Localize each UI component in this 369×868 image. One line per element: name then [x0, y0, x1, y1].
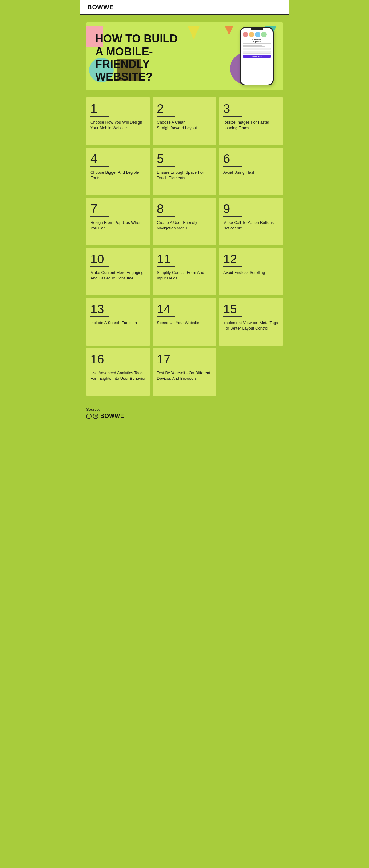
phone-input-2 [243, 51, 271, 54]
item-number-1: 1 [90, 102, 146, 115]
footer-brand-name: BOWWE [100, 413, 124, 420]
item-number-10: 10 [90, 253, 146, 265]
creative-commons-icon-2: © [93, 413, 98, 419]
item-label-9: Make Call-To-Action Buttons Noticeable [223, 220, 279, 231]
item-label-3: Resize Images For Faster Loading Times [223, 120, 279, 131]
phone-text-line-3 [243, 46, 265, 48]
avatar-2 [249, 32, 254, 37]
tips-grid: 1Choose How You Will Design Your Mobile … [86, 97, 283, 396]
item-number-15: 15 [223, 303, 279, 315]
footer: Source: i © BOWWE [86, 403, 283, 420]
item-label-13: Include A Search Function [90, 320, 146, 326]
item-label-8: Create A User-Friendly Navigation Menu [157, 220, 212, 231]
item-number-3: 3 [223, 102, 279, 115]
phone-cta-button: CONTACT US! [243, 55, 271, 58]
grid-item-4: 4Choose Bigger And Legible Fonts [86, 148, 150, 195]
item-divider-5 [157, 166, 175, 167]
phone-text-line-1 [243, 43, 271, 44]
item-label-5: Ensure Enough Space For Touch Elements [157, 170, 212, 181]
item-divider-17 [157, 367, 175, 367]
phone-agency-title: CreativeAgency [243, 38, 271, 43]
item-divider-15 [223, 316, 242, 317]
grid-item-17: 17Test By Yourself - On Different Device… [153, 348, 216, 396]
hero-section: HOW TO BUILD A MOBILE-FRIENDLY WEBSITE? … [86, 23, 283, 90]
header: BOWWE [80, 0, 289, 15]
grid-item-15: 15Implement Viewport Meta Tags For Bette… [219, 298, 283, 346]
grid-item-10: 10Make Content More Engaging And Easier … [86, 248, 150, 296]
item-label-10: Make Content More Engaging And Easier To… [90, 270, 146, 281]
item-number-6: 6 [223, 153, 279, 165]
grid-item-9: 9Make Call-To-Action Buttons Noticeable [219, 198, 283, 245]
item-number-2: 2 [157, 102, 212, 115]
item-divider-7 [90, 216, 109, 217]
item-label-14: Speed Up Your Website [157, 320, 212, 326]
item-divider-2 [157, 116, 175, 117]
item-number-11: 11 [157, 253, 212, 265]
avatar-1 [243, 32, 248, 37]
grid-item-7: 7Resign From Pop-Ups When You Can [86, 198, 150, 245]
item-label-17: Test By Yourself - On Different Devices … [157, 370, 212, 381]
phone-avatars [243, 32, 271, 37]
item-number-7: 7 [90, 203, 146, 215]
item-divider-8 [157, 216, 175, 217]
item-label-6: Avoid Using Flash [223, 170, 279, 175]
avatar-3 [255, 32, 260, 37]
grid-item-14: 14Speed Up Your Website [153, 298, 216, 346]
item-number-5: 5 [157, 153, 212, 165]
grid-item-3: 3Resize Images For Faster Loading Times [219, 97, 283, 145]
avatar-4 [261, 32, 267, 37]
item-divider-3 [223, 116, 242, 117]
item-number-14: 14 [157, 303, 212, 315]
grid-item-6: 6Avoid Using Flash [219, 148, 283, 195]
item-divider-4 [90, 166, 109, 167]
item-label-16: Use Advanced Analytics Tools For Insight… [90, 370, 146, 381]
item-label-2: Choose A Clean, Straightforward Layout [157, 120, 212, 131]
item-label-7: Resign From Pop-Ups When You Can [90, 220, 146, 231]
item-number-17: 17 [157, 353, 212, 365]
grid-item-1: 1Choose How You Will Design Your Mobile … [86, 97, 150, 145]
creative-commons-icon-1: i [86, 413, 92, 419]
phone-notch [251, 28, 263, 30]
item-label-4: Choose Bigger And Legible Fonts [90, 170, 146, 181]
item-number-16: 16 [90, 353, 146, 365]
item-number-12: 12 [223, 253, 279, 265]
grid-item-5: 5Ensure Enough Space For Touch Elements [153, 148, 216, 195]
item-divider-1 [90, 116, 109, 117]
footer-icons: i © [86, 413, 98, 419]
item-number-8: 8 [157, 203, 212, 215]
footer-source-label: Source: [86, 407, 283, 412]
brand-logo: BOWWE [87, 4, 114, 11]
tips-grid-section: 1Choose How You Will Design Your Mobile … [80, 97, 289, 396]
phone-mockup: CreativeAgency CONTACT US! [240, 27, 274, 86]
item-divider-9 [223, 216, 242, 217]
phone-input-1 [243, 48, 271, 51]
item-divider-14 [157, 316, 175, 317]
phone-screen: CreativeAgency CONTACT US! [241, 30, 273, 59]
item-number-4: 4 [90, 153, 146, 165]
hero-title: HOW TO BUILD A MOBILE-FRIENDLY WEBSITE? [95, 32, 188, 83]
grid-item-2: 2Choose A Clean, Straightforward Layout [153, 97, 216, 145]
phone-frame: CreativeAgency CONTACT US! [240, 27, 274, 86]
grid-item-16: 16Use Advanced Analytics Tools For Insig… [86, 348, 150, 396]
grid-item-13: 13Include A Search Function [86, 298, 150, 346]
item-divider-16 [90, 367, 109, 367]
item-divider-12 [223, 266, 242, 267]
grid-item-11: 11Simplify Contact Form And Input Fields [153, 248, 216, 296]
grid-item-8: 8Create A User-Friendly Navigation Menu [153, 198, 216, 245]
item-number-9: 9 [223, 203, 279, 215]
item-number-13: 13 [90, 303, 146, 315]
item-label-11: Simplify Contact Form And Input Fields [157, 270, 212, 281]
item-divider-11 [157, 266, 175, 267]
grid-item-12: 12Avoid Endless Scrolling [219, 248, 283, 296]
item-label-1: Choose How You Will Design Your Mobile W… [90, 120, 146, 131]
item-label-12: Avoid Endless Scrolling [223, 270, 279, 276]
item-label-15: Implement Viewport Meta Tags For Better … [223, 320, 279, 331]
footer-logo: i © BOWWE [86, 413, 283, 420]
item-divider-6 [223, 166, 242, 167]
item-divider-10 [90, 266, 109, 267]
item-divider-13 [90, 316, 109, 317]
phone-text-line-2 [243, 45, 262, 46]
